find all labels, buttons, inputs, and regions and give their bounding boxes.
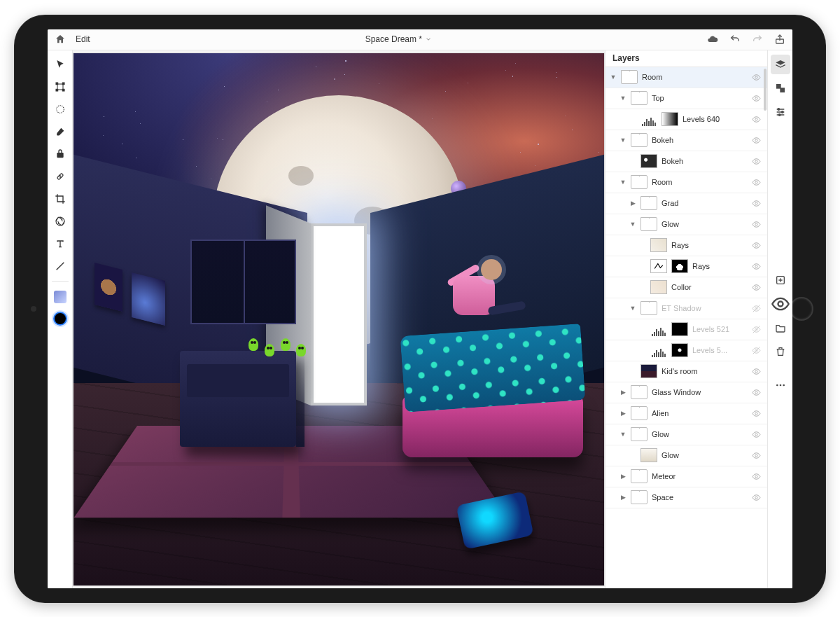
visibility-on-icon[interactable] [752,283,763,292]
add-layer[interactable] [771,270,790,290]
crop-tool[interactable] [50,189,70,209]
layer-row[interactable]: Levels 640 [606,109,767,130]
visibility-on-icon[interactable] [752,409,763,418]
artwork-dresser [180,351,297,447]
folder-icon [640,301,657,315]
disclosure-right-icon[interactable]: ▶ [620,494,626,501]
artwork-alien [281,338,290,351]
undo-button[interactable] [729,34,741,45]
line-tool[interactable] [50,256,70,276]
layer-row[interactable]: ▼ET Shadow [606,298,767,319]
visibility-on-icon[interactable] [752,94,763,103]
more[interactable] [771,375,790,395]
levels-icon [650,322,667,336]
share-button[interactable] [774,34,785,45]
type-tool[interactable] [50,234,70,254]
layer-row[interactable]: Rays [606,256,767,277]
layer-row[interactable]: Bokeh [606,151,767,172]
visibility[interactable] [771,294,790,314]
visibility-on-icon[interactable] [752,388,763,397]
layer-row[interactable]: ▶Meteor [606,466,767,487]
disclosure-right-icon[interactable]: ▶ [629,200,636,207]
folder-icon [631,175,648,189]
visibility-on-icon[interactable] [752,157,763,166]
disclosure-down-icon[interactable]: ▼ [620,95,626,102]
visibility-on-icon[interactable] [752,367,763,376]
redo-button[interactable] [752,34,763,45]
disclosure-down-icon[interactable]: ▼ [610,74,617,81]
clone-tool[interactable] [50,144,70,164]
visibility-off-icon[interactable] [752,325,763,334]
disclosure-down-icon[interactable]: ▼ [629,305,636,312]
cloud-sync-icon[interactable] [707,34,718,45]
layers-panel-toggle[interactable] [771,55,790,74]
layer-row[interactable]: ▼Glow [606,214,767,235]
layer-properties[interactable] [771,78,790,98]
marquee-tool[interactable] [50,99,70,119]
folder[interactable] [771,318,790,338]
disclosure-down-icon[interactable]: ▼ [620,431,626,438]
layer-row[interactable]: ▶Grad [606,193,767,214]
visibility-on-icon[interactable] [752,220,763,229]
visibility-on-icon[interactable] [752,136,763,145]
layer-row[interactable]: ▼Glow [606,424,767,445]
transform-tool[interactable] [50,77,70,97]
visibility-on-icon[interactable] [752,241,763,250]
visibility-on-icon[interactable] [752,262,763,271]
scrollbar-thumb[interactable] [764,69,766,111]
disclosure-down-icon[interactable]: ▼ [620,137,626,144]
visibility-on-icon[interactable] [752,430,763,439]
visibility-on-icon[interactable] [752,73,763,82]
adjustments[interactable] [771,102,790,122]
layer-name: Rays [692,262,748,270]
visibility-off-icon[interactable] [752,304,763,313]
svg-rect-5 [62,89,64,91]
layer-thumb [640,448,657,462]
brush-tool[interactable] [50,122,70,141]
healing-tool[interactable] [50,167,70,186]
layer-row[interactable]: ▼Top [606,88,767,109]
ipad-home-button[interactable] [790,297,813,321]
layer-row[interactable]: ▼Bokeh [606,130,767,151]
layer-row[interactable]: Glow [606,445,767,466]
delete[interactable] [771,342,790,361]
disclosure-down-icon[interactable]: ▼ [629,221,636,228]
adjust-tool[interactable] [50,212,70,231]
visibility-on-icon[interactable] [752,178,763,187]
layer-row[interactable]: ▶Alien [606,403,767,424]
layer-row[interactable]: ▶Glass Window [606,382,767,403]
layer-row[interactable]: Levels 5... [606,340,767,361]
layer-row[interactable]: Levels 521 [606,319,767,340]
document-canvas[interactable] [74,53,604,585]
image-swatch[interactable] [54,291,66,303]
home-icon[interactable] [55,34,66,45]
visibility-on-icon[interactable] [752,115,763,124]
edit-menu[interactable]: Edit [76,34,90,44]
visibility-on-icon[interactable] [752,451,763,460]
move-tool[interactable] [50,55,70,74]
visibility-on-icon[interactable] [752,493,763,502]
disclosure-right-icon[interactable]: ▶ [620,389,626,396]
layer-row[interactable]: Collor [606,277,767,298]
layer-mask-thumb [671,259,688,273]
layer-row[interactable]: Kid's room [606,361,767,382]
visibility-on-icon[interactable] [752,199,763,208]
canvas-area[interactable] [73,50,605,588]
visibility-off-icon[interactable] [752,346,763,355]
layer-name: Space [652,493,748,501]
layer-row[interactable]: ▼Room [606,67,767,88]
artwork-poster [94,263,122,312]
folder-icon [631,385,648,399]
layer-row[interactable]: ▶Space [606,487,767,508]
disclosure-down-icon[interactable]: ▼ [620,179,626,186]
foreground-color-button[interactable] [53,312,67,326]
disclosure-right-icon[interactable]: ▶ [620,473,626,480]
visibility-on-icon[interactable] [752,472,763,481]
svg-point-6 [56,105,64,113]
chevron-down-icon[interactable] [425,36,432,43]
disclosure-right-icon[interactable]: ▶ [620,410,626,417]
layers-list[interactable]: ▼Room▼TopLevels 640▼BokehBokeh▼Room▶Grad… [606,67,767,588]
layer-row[interactable]: ▼Room [606,172,767,193]
layer-row[interactable]: Rays [606,235,767,256]
document-title[interactable]: Space Dream * [365,34,422,44]
